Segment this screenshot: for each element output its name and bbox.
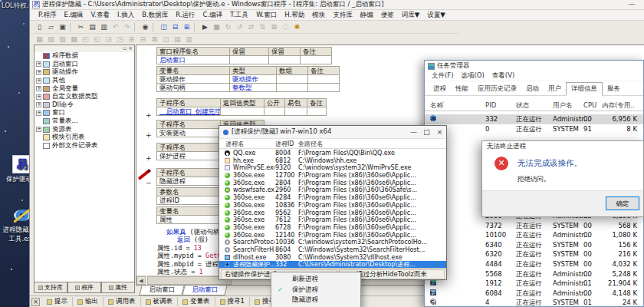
process-list-item[interactable]: 360se.exe 6728 F:\Program Files (x86)\36… — [219, 224, 446, 232]
tree-item[interactable]: + Dll命令 — [34, 101, 134, 110]
tree-item[interactable]: + 资源表 — [34, 125, 134, 134]
process-list-item[interactable]: 360se.exe 9562 F:\Program Files (x86)\36… — [219, 210, 446, 217]
minimize-icon[interactable]: — — [407, 128, 420, 136]
toolbar-icon[interactable]: ✂ — [75, 22, 87, 32]
context-menu-item[interactable]: ✓ 保护进程 — [271, 285, 360, 295]
process-list-item[interactable]: hh.exe 6812 C:\Windows\hh.exe — [219, 157, 446, 165]
toolbar-icon[interactable] — [153, 22, 156, 32]
process-list-item[interactable]: 360se.exe 7612 F:\Program Files (x86)\36… — [219, 216, 446, 224]
dock-tab[interactable]: 提示 — [42, 297, 73, 306]
process-row[interactable]: form.exe 10100 正在运行 Administr... 00 1,08… — [425, 230, 643, 240]
designer-icon[interactable]: ▦ — [34, 35, 45, 45]
process-row[interactable]: 进程隐藏保护工具.exe 332 正在运行 Administr... 00 6,… — [425, 114, 643, 124]
float-panel-icon[interactable]: ▫ — [123, 46, 127, 51]
column-user[interactable]: 用户名 — [553, 101, 573, 111]
designer-icon[interactable]: ⊞ — [126, 35, 137, 45]
menu-item[interactable]: 设置▼ — [423, 11, 449, 20]
designer-icon[interactable]: ◰ — [80, 35, 91, 45]
expand-icon[interactable]: + — [36, 111, 41, 116]
designer-icon[interactable]: ▨ — [57, 35, 68, 45]
dock-tab[interactable]: 调用表 — [104, 297, 141, 306]
expand-icon[interactable]: + — [36, 127, 41, 132]
taskmgr-tab[interactable]: 性能 — [451, 83, 473, 95]
menu-item[interactable]: 模块 — [308, 11, 329, 20]
expand-icon[interactable]: + — [36, 70, 41, 75]
menu-item[interactable]: P.程序 — [34, 11, 61, 20]
taskmgr-tab[interactable]: 启动 — [521, 83, 544, 95]
designer-icon[interactable]: ⊠ — [149, 35, 160, 45]
menu-item[interactable]: E.编辑 — [61, 11, 87, 20]
dock-tab[interactable]: 变量表 — [178, 297, 215, 306]
column-process-name[interactable]: 进程名 — [225, 140, 244, 148]
workspace-tab[interactable]: 支持库 — [34, 282, 67, 293]
taskmgr-tab[interactable]: 用户 — [544, 83, 566, 95]
column-name[interactable]: 名称 — [430, 101, 443, 111]
process-list-item[interactable]: SearchProtoco... 10036 C:\windows\system… — [219, 239, 446, 246]
expand-icon[interactable]: + — [36, 86, 41, 91]
expand-icon[interactable]: + — [36, 61, 41, 67]
menu-item[interactable]: B.数据库 — [138, 11, 172, 20]
designer-icon[interactable]: ▥ — [183, 35, 195, 45]
variable-row[interactable]: 驱动句柄整数型 — [157, 84, 340, 92]
menu-item[interactable]: 支持库 — [329, 11, 356, 20]
editor-tab[interactable]: 启动窗口 — [182, 286, 227, 295]
process-row[interactable]: iewer.exe 5568 正在运行 Administr... 00 5,24… — [425, 269, 643, 279]
menu-item[interactable]: I.插入 — [113, 11, 138, 20]
process-row[interactable]: System 4 正在运行 SYSTEM 01 24 K — [425, 298, 643, 307]
toolbar-icon[interactable]: ✱ — [291, 22, 303, 32]
tree-item[interactable]: 外部文件记录表 — [34, 142, 134, 150]
toolbar-icon[interactable]: ◉ — [140, 22, 151, 32]
context-menu-item[interactable]: 刷新进程 — [271, 274, 360, 285]
tree-item[interactable]: + 启动窗口 — [34, 61, 134, 69]
process-row[interactable]: 系统空闲进程 0 正在运行 SYSTEM 91 8 K — [425, 124, 643, 134]
process-row[interactable]: .exe 6340 正在运行 SYSTEM 00 156 K — [425, 240, 643, 250]
taskmgr-menu-item[interactable]: 文件(F) — [428, 71, 458, 81]
menu-item[interactable]: R.运行 — [172, 11, 199, 20]
process-row[interactable]: .exe 6320 正在运行 SYSTEM 00 216 K — [425, 249, 643, 259]
context-menu-item[interactable]: 隐藏进程 — [271, 295, 360, 305]
close-icon[interactable]: × — [433, 128, 446, 136]
tree-item[interactable]: + 自定义数据类型 — [34, 93, 134, 101]
process-list-item[interactable]: 360se.exe 12700 F:\Program Files (x86)\3… — [219, 172, 446, 180]
fold-marker[interactable]: + — [146, 111, 153, 119]
toolbar-icon[interactable]: ⊞ — [181, 22, 192, 32]
toolbar-icon[interactable]: ↻ — [222, 22, 234, 32]
process-row[interactable]: taskmgr.exe 1912 正在运行 Administr... 01 21… — [425, 279, 643, 289]
process-list-item[interactable]: 360se.exe 2804 F:\Program Files (x86)\36… — [219, 180, 446, 187]
toolbar-icon[interactable] — [70, 22, 74, 32]
taskmgr-tab[interactable]: 应用历史记录 — [473, 83, 521, 95]
dock-tab[interactable]: 输出 — [73, 297, 104, 306]
toolbar-icon[interactable]: ↷ — [121, 22, 133, 32]
fold-marker[interactable]: + — [146, 131, 153, 139]
dock-tab[interactable]: 被调表 — [141, 297, 179, 306]
designer-icon[interactable]: ◳ — [114, 35, 126, 45]
tree-item[interactable]: + 窗口 — [34, 109, 134, 117]
designer-icon[interactable]: ▩ — [68, 35, 80, 45]
editor-tab[interactable]: 启动窗口 — [139, 286, 184, 295]
menu-item[interactable]: H.帮助 — [281, 11, 308, 20]
process-list-item[interactable]: QQ.exe 8004 F:\Program Files\QQ\Bin\QQ.e… — [219, 150, 446, 157]
column-pid[interactable]: PID — [485, 101, 496, 109]
toolbar-icon[interactable]: ⊠ — [268, 22, 280, 32]
taskmgr-titlebar[interactable]: 任务管理器 — [425, 61, 643, 71]
process-row[interactable]: taskhostw.exe 6084 正在运行 Administr... 00 … — [425, 289, 643, 299]
taskmgr-menu-item[interactable]: 选项(O) — [458, 71, 488, 81]
menu-item[interactable]: W.窗口 — [252, 11, 281, 20]
fold-marker[interactable]: − — [146, 179, 153, 187]
designer-icon[interactable]: ⊟ — [137, 35, 149, 45]
workspace-tab[interactable]: 属性 — [101, 282, 135, 293]
tree-item[interactable]: + 其他 — [34, 77, 134, 85]
minimize-button[interactable]: — — [626, 0, 638, 9]
designer-icon[interactable]: ◫ — [160, 35, 172, 45]
toolbar-icon[interactable]: ▥ — [98, 22, 110, 32]
toolbar-icon[interactable]: ▱ — [45, 22, 57, 32]
toolbar-icon[interactable] — [134, 22, 138, 32]
fold-marker[interactable]: + — [146, 154, 153, 162]
toolbar-icon[interactable]: ⇅ — [257, 22, 268, 32]
process-list-item[interactable]: 360se.exe 10836 F:\Program Files (x86)\3… — [219, 202, 446, 210]
process-list-item[interactable]: 360se.exe 12140 F:\Program Files (x86)\3… — [219, 232, 446, 239]
ide-titlebar[interactable]: 易 进程保护隐藏 - C:\Users\Administrator\Deskto… — [30, 0, 644, 10]
toolbar-icon[interactable]: ⇄ — [245, 22, 257, 32]
maximize-icon[interactable]: □ — [420, 128, 433, 136]
tree-item[interactable]: 模块引用表 — [34, 134, 134, 142]
